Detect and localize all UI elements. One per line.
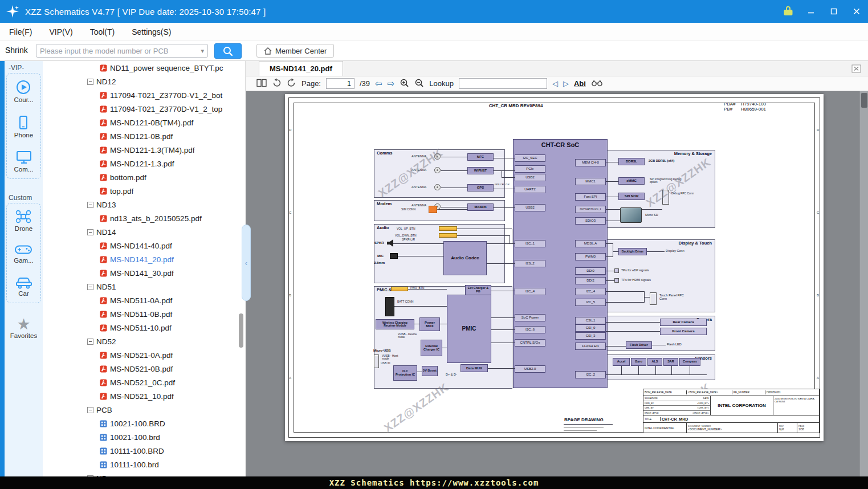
connector-line [606, 302, 644, 303]
collapse-icon[interactable] [87, 339, 93, 345]
previous-page-icon[interactable]: ⇦ [375, 79, 382, 88]
tree-item[interactable]: ND11_power sequence_BTYT.pc [43, 61, 245, 75]
rotate-right-icon[interactable] [287, 78, 296, 89]
connector-line [613, 243, 613, 257]
collapse-icon[interactable] [87, 79, 93, 85]
port-flash-en: FLASH EN [575, 343, 606, 350]
sidebar-item-game[interactable]: Gam... [14, 243, 34, 264]
shrink-button[interactable]: Shrink [5, 46, 28, 55]
page-label: Page: [301, 79, 321, 88]
sidebar-item-course[interactable]: Cour... [14, 79, 34, 103]
collapse-icon[interactable] [87, 407, 93, 413]
connector-line [393, 243, 443, 244]
maximize-button[interactable] [822, 0, 845, 23]
window-title: XZZ Schematics V4.77 [ VIP Due date: 202… [25, 7, 266, 17]
next-page-icon[interactable]: ⇨ [388, 79, 395, 88]
lookup-input[interactable] [459, 78, 547, 89]
collapse-icon[interactable] [87, 202, 93, 208]
sidebar-item-car[interactable]: Car [15, 275, 33, 297]
tree-item[interactable]: ND51 [43, 280, 245, 294]
block-nfc: NFC [467, 153, 494, 161]
tree-item[interactable]: PCB [43, 403, 245, 417]
tree-item[interactable]: ND14 [43, 225, 245, 239]
tree-item[interactable]: MS-ND121-1.3.pdf [43, 157, 245, 170]
tree-item[interactable]: ND13 [43, 198, 245, 211]
sidebar-item-phone[interactable]: Phone [14, 115, 33, 138]
tree-item[interactable]: MS-ND141_20.pdf [43, 252, 245, 266]
port-i2c-5: I2C_5 [575, 299, 606, 306]
sidebar-item-drone[interactable]: Drone [15, 209, 32, 232]
vertical-scrollbar[interactable] [859, 91, 868, 476]
tree-item[interactable]: MS-ND521_10.pdf [43, 389, 245, 403]
menu-tool[interactable]: Tool(T) [90, 27, 115, 36]
close-document-icon[interactable] [851, 61, 861, 76]
search-combobox[interactable]: ▾ [36, 44, 208, 58]
two-page-view-icon[interactable] [256, 79, 267, 89]
tree-item[interactable]: MS-ND511-10.pdf [43, 321, 245, 335]
tree-item[interactable]: MS-ND121-1.3(TM4).pdf [43, 143, 245, 157]
minimize-button[interactable] [800, 0, 822, 23]
binoculars-icon[interactable] [591, 79, 603, 88]
collapse-icon[interactable] [87, 284, 93, 290]
search-input[interactable] [36, 47, 201, 55]
tree-item[interactable]: 10021-100.BRD [43, 417, 245, 430]
menu-bar: File(F) VIP(V) Tool(T) Settings(S) [0, 23, 868, 41]
block-ext-charger-fg: Ext Charger & FG [465, 285, 491, 295]
tree-item[interactable]: MS-ND121-0B.pdf [43, 129, 245, 143]
match-case-toggle[interactable]: Abi [574, 79, 586, 88]
tree-item[interactable]: MS-ND141-40.pdf [43, 239, 245, 252]
find-next-icon[interactable]: ▷ [563, 80, 569, 87]
tree-item[interactable]: MS-ND511-0A.pdf [43, 294, 245, 307]
chevron-down-icon[interactable]: ▾ [201, 47, 207, 55]
tree-scrollbar-thumb[interactable] [239, 313, 243, 348]
vip-license-icon[interactable] [777, 0, 800, 23]
tree-item[interactable]: nd13_ats_b_20150525.pdf [43, 211, 245, 225]
pdf-file-icon [100, 119, 107, 127]
tree-item[interactable]: 117094-T021_Z3770D-V1_2_top [43, 102, 245, 116]
menu-settings[interactable]: Settings(S) [132, 27, 171, 36]
tree-item[interactable]: MS-ND521_0C.pdf [43, 376, 245, 389]
tree-item[interactable]: top.pdf [43, 184, 245, 198]
tree-item[interactable]: 10111-100.brd [43, 458, 245, 471]
connector-line [441, 207, 467, 207]
port-mdsi-a: MDSI_A [575, 240, 606, 247]
tree-item[interactable]: MS-ND121-0B(TM4).pdf [43, 116, 245, 129]
sidebar-item-computer[interactable]: Com... [14, 150, 34, 173]
pdf-viewport[interactable]: CommsModemAudioPMIC & USBMemory & Storag… [246, 91, 868, 476]
collapse-panel-handle[interactable]: ‹ [242, 225, 251, 301]
tree-item[interactable]: ND52 [43, 335, 245, 348]
tree-item[interactable]: ND12 [43, 75, 245, 88]
scrollbar-thumb[interactable] [861, 93, 867, 108]
port-i2c-4: I2C_4 [575, 288, 606, 295]
tree-item[interactable]: MS-ND521-0A.pdf [43, 348, 245, 362]
close-button[interactable] [845, 0, 868, 23]
menu-vip[interactable]: VIP(V) [49, 27, 72, 36]
collapse-icon[interactable] [87, 229, 93, 235]
connector-line [494, 170, 515, 171]
pdf-file-icon [100, 215, 107, 222]
pdf-file-icon [100, 311, 107, 318]
label-touch-panel-fpc-conn: Touch Panel FPC Conn [659, 294, 686, 301]
zoom-out-icon[interactable] [414, 78, 424, 89]
tree-item[interactable]: 10021-100.brd [43, 430, 245, 444]
rotate-left-icon[interactable] [272, 78, 282, 89]
zoom-in-icon[interactable] [400, 78, 409, 89]
search-button[interactable] [214, 43, 242, 59]
tree-item[interactable]: ND [43, 471, 245, 476]
tree-item-label: 117094-T021_Z3770D-V1_2_bot [110, 91, 222, 100]
menu-file[interactable]: File(F) [9, 27, 32, 36]
tree-item[interactable]: 117094-T021_Z3770D-V1_2_bot [43, 88, 245, 102]
tree-item[interactable]: MS-ND511-0B.pdf [43, 307, 245, 321]
document-tab[interactable]: MS-ND141_20.pdf [259, 61, 343, 76]
tree-item[interactable]: 10111-100.BRD [43, 444, 245, 458]
find-previous-icon[interactable]: ◁ [552, 80, 558, 87]
tree-item[interactable]: MS-ND521-0B.pdf [43, 362, 245, 376]
tree-item[interactable]: MS-ND141_30.pdf [43, 266, 245, 280]
label-usb-id: USB ID [381, 362, 390, 365]
member-center-button[interactable]: Member Center [256, 44, 334, 58]
tree-item[interactable]: bottom.pdf [43, 170, 245, 184]
sidebar-item-favorites[interactable]: ★ Favorites [5, 317, 43, 339]
label-vol-up-btn: VOL_UP_BTN [397, 227, 415, 230]
page-input[interactable] [326, 78, 354, 89]
label-antenna: ANTENNA [411, 186, 426, 189]
